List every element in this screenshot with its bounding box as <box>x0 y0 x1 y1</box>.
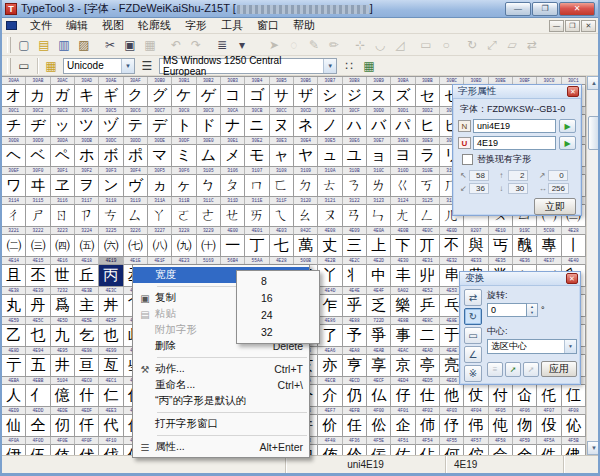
glyph-cell[interactable]: 佘 <box>489 445 513 455</box>
glyph-cell[interactable]: ㄗ <box>75 205 99 227</box>
glyph-cell[interactable]: 仙 <box>2 415 26 437</box>
menu-文件[interactable]: 文件 <box>23 18 59 32</box>
width-option-32[interactable]: 32 <box>237 324 319 341</box>
scroll-down-arrow[interactable]: ▼ <box>587 441 600 455</box>
glyph-cell[interactable]: ㄆ <box>221 175 245 197</box>
apply-now-button[interactable]: 立即 <box>534 198 576 215</box>
glyph-cell[interactable]: バ <box>367 115 391 137</box>
glyph-cell[interactable]: ㈩ <box>197 235 221 257</box>
glyph-cell[interactable]: ム <box>197 145 221 167</box>
glyph-cell[interactable]: ラ <box>416 145 440 167</box>
glyph-cell[interactable]: ヌ <box>270 115 294 137</box>
glyph-cell[interactable]: デ <box>148 115 172 137</box>
glyph-cell[interactable]: 伍 <box>26 445 50 455</box>
glyph-cell[interactable]: 企 <box>391 415 415 437</box>
glyph-cell[interactable]: ガ <box>51 85 75 107</box>
glyph-cell-selected[interactable]: 丙 <box>99 265 123 287</box>
glyph-cell[interactable]: ㈣ <box>51 235 75 257</box>
glyph-cell[interactable]: 伀 <box>367 415 391 437</box>
glyph-cell[interactable]: ケ <box>172 85 196 107</box>
glyph-cell[interactable]: ゲ <box>197 85 221 107</box>
menu-轮廓线[interactable]: 轮廓线 <box>131 18 178 32</box>
glyph-cell[interactable]: 乎 <box>343 295 367 317</box>
glyph-cell[interactable]: 佑 <box>391 445 415 455</box>
glyph-cell[interactable]: 二 <box>416 325 440 347</box>
glyph-cell[interactable]: ㄟ <box>270 205 294 227</box>
glyph-name-input[interactable]: uni4E19 <box>473 119 556 133</box>
unicode-input[interactable]: 4E19 <box>473 136 556 150</box>
glyph-cell[interactable]: 亙 <box>99 355 123 377</box>
menu-帮助[interactable]: 帮助 <box>286 18 322 32</box>
glyph-cell[interactable]: 伇 <box>537 415 561 437</box>
glyph-cell[interactable]: ベ <box>26 145 50 167</box>
glyph-cell[interactable]: 乞 <box>75 325 99 347</box>
close-button[interactable]: ✕ <box>559 2 595 16</box>
glyph-cell[interactable]: 亭 <box>416 355 440 377</box>
print-options-arrow[interactable]: ▾ <box>232 36 252 54</box>
apply-unicode-button[interactable]: ▶ <box>559 136 576 150</box>
glyph-cell[interactable]: 仞 <box>51 415 75 437</box>
rotate-tool-icon[interactable]: ↻ <box>464 308 482 325</box>
glyph-cell[interactable]: 予 <box>343 325 367 347</box>
width-option-24[interactable]: 24 <box>237 307 319 324</box>
glyph-cell[interactable]: ㄚ <box>148 205 172 227</box>
glyph-cell[interactable]: 佔 <box>416 445 440 455</box>
glyph-cell[interactable]: ズ <box>391 85 415 107</box>
width-option-16[interactable]: 16 <box>237 290 319 307</box>
cell-size-icon[interactable]: ∷ <box>339 57 359 75</box>
new-button[interactable]: ▢ <box>14 36 34 54</box>
glyph-cell[interactable]: 伎 <box>51 445 75 455</box>
glyph-cell[interactable]: 仔 <box>391 385 415 407</box>
glyph-cell[interactable]: 丬 <box>343 265 367 287</box>
context-menu-item-打开字形窗口[interactable]: 打开字形窗口 <box>133 416 309 432</box>
glyph-cell[interactable]: 仝 <box>26 415 50 437</box>
palette-title-bar[interactable]: 字形属性 ✕ <box>453 85 581 99</box>
glyph-cell[interactable]: ノ <box>318 115 342 137</box>
glyph-cell[interactable]: 醜 <box>513 235 537 257</box>
glyph-cell[interactable]: ン <box>99 175 123 197</box>
glyph-cell[interactable]: ㈤ <box>75 235 99 257</box>
glyph-cell[interactable]: ㈢ <box>26 235 50 257</box>
glyph-cell[interactable]: ㄌ <box>367 175 391 197</box>
glyph-cell[interactable]: ヘ <box>2 145 26 167</box>
glyph-cell[interactable]: ㈧ <box>148 235 172 257</box>
encoding-mode-combo[interactable]: Unicode ▼ <box>63 58 135 74</box>
glyph-cell[interactable]: 乜 <box>26 325 50 347</box>
glyph-cell[interactable]: ㄘ <box>99 205 123 227</box>
glyph-cell[interactable]: 价 <box>318 415 342 437</box>
glyph-cell[interactable]: ㄖ <box>51 205 75 227</box>
glyph-cell[interactable]: ヒ <box>416 115 440 137</box>
glyph-cell[interactable]: ミ <box>172 145 196 167</box>
glyph-cell[interactable]: カ <box>26 85 50 107</box>
glyph-cell[interactable]: ユ <box>343 145 367 167</box>
glyph-cell[interactable]: 亻 <box>26 385 50 407</box>
menu-工具[interactable]: 工具 <box>214 18 250 32</box>
glyph-cell[interactable]: ポ <box>124 145 148 167</box>
glyph-cell[interactable]: ㈡ <box>2 235 26 257</box>
glyph-cell[interactable]: 亘 <box>75 355 99 377</box>
glyph-cell[interactable]: 且 <box>2 265 26 287</box>
rotation-input[interactable]: 0 <box>487 303 527 317</box>
glyph-cell[interactable]: 亦 <box>318 355 342 377</box>
minimize-button[interactable]: — <box>505 2 531 16</box>
glyph-cell[interactable]: 伃 <box>440 415 464 437</box>
glyph-cell[interactable]: 主 <box>75 295 99 317</box>
glyph-cell[interactable]: 與 <box>464 235 488 257</box>
glyph-cell[interactable]: ハ <box>343 115 367 137</box>
glyph-cell[interactable]: 仜 <box>562 385 586 407</box>
glyph-cell[interactable]: ギ <box>99 85 123 107</box>
glyph-cell[interactable]: ㄋ <box>343 175 367 197</box>
glyph-cell[interactable]: 人 <box>2 385 26 407</box>
close-icon[interactable]: ✕ <box>566 273 578 284</box>
menu-编辑[interactable]: 编辑 <box>59 18 95 32</box>
glyph-cell[interactable]: ㄙ <box>124 205 148 227</box>
glyph-cell[interactable]: ㄉ <box>294 175 318 197</box>
glyph-cell[interactable]: ㄈ <box>270 175 294 197</box>
font-info-button[interactable]: ▨ <box>74 36 94 54</box>
glyph-cell[interactable]: パ <box>391 115 415 137</box>
glyph-cell[interactable]: マ <box>148 145 172 167</box>
glyph-cell[interactable]: ュ <box>318 145 342 167</box>
glyph-cell[interactable]: 伶 <box>343 445 367 455</box>
print-button[interactable]: ≣ <box>212 36 232 54</box>
glyph-cell[interactable]: ㄝ <box>221 205 245 227</box>
